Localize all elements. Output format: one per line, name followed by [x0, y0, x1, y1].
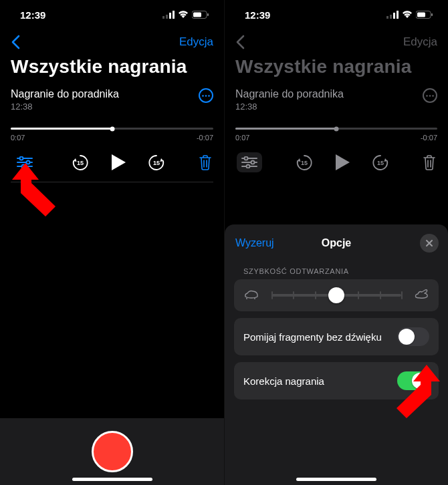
edit-button: Edycja [403, 35, 437, 49]
home-indicator [72, 478, 152, 481]
trash-icon [199, 154, 212, 170]
status-time: 12:39 [245, 9, 270, 21]
scrubber[interactable]: 0:07 -0:07 [0, 113, 224, 144]
skip-forward-15-icon: 15 [147, 153, 166, 172]
status-icons [386, 11, 433, 19]
status-icons [162, 11, 209, 19]
svg-point-31 [251, 161, 255, 164]
enhance-toggle[interactable] [397, 371, 429, 390]
back-button [235, 35, 245, 49]
time-remaining: -0:07 [197, 134, 213, 142]
enhance-label: Korekcja nagrania [243, 375, 324, 387]
more-icon [426, 95, 434, 97]
chevron-left-icon [235, 35, 245, 49]
svg-point-15 [22, 165, 25, 168]
play-button [334, 153, 351, 172]
phone-left: 12:39 Edycja Wszystkie nagrania Nagranie… [0, 0, 224, 485]
svg-rect-24 [431, 13, 433, 16]
playback-controls: 15 15 [225, 144, 448, 182]
svg-point-33 [247, 165, 250, 168]
recording-title: Nagranie do poradnika [235, 88, 344, 100]
speed-section-label: Szybkość odtwarzania [234, 262, 439, 279]
svg-text:15: 15 [301, 160, 308, 166]
svg-point-26 [429, 95, 431, 97]
wifi-icon [178, 11, 189, 19]
cellular-icon [386, 11, 399, 19]
recording-header: Nagranie do poradnika 12:38 [225, 84, 448, 113]
record-button[interactable] [92, 431, 133, 472]
enhance-row: Korekcja nagrania [234, 362, 439, 399]
sliders-icon [17, 156, 33, 168]
skip-back-15-button[interactable]: 15 [71, 153, 90, 172]
speed-card [234, 279, 439, 311]
sliders-icon [241, 156, 257, 168]
svg-rect-19 [390, 15, 392, 19]
svg-point-13 [27, 161, 30, 164]
skip-back-15-icon: 15 [295, 153, 314, 172]
svg-rect-21 [397, 11, 399, 19]
svg-rect-5 [193, 13, 201, 17]
page-title: Wszystkie nagrania [0, 55, 224, 84]
svg-point-11 [20, 157, 23, 160]
options-button [237, 152, 262, 172]
skip-silence-row: Pomijaj fragmenty bez dźwięku [234, 318, 439, 355]
options-button[interactable] [12, 152, 37, 172]
svg-rect-18 [386, 16, 388, 19]
back-button[interactable] [11, 35, 20, 49]
recording-title: Nagranie do poradnika [11, 88, 119, 100]
page-title: Wszystkie nagrania [225, 55, 448, 84]
edit-button[interactable]: Edycja [179, 35, 213, 49]
time-elapsed: 0:07 [235, 134, 249, 142]
rabbit-icon [413, 289, 429, 302]
play-button[interactable] [110, 153, 127, 172]
trash-icon [423, 154, 436, 170]
reset-button[interactable]: Wyzeruj [235, 237, 274, 249]
svg-point-25 [426, 95, 428, 97]
wifi-icon [402, 11, 413, 19]
options-sheet: Wyzeruj Opcje Szybkość odtwarzania [225, 224, 448, 485]
svg-rect-1 [166, 15, 168, 19]
svg-point-7 [202, 95, 204, 97]
svg-point-9 [208, 95, 210, 97]
scrubber: 0:07 -0:07 [225, 113, 448, 144]
close-button[interactable] [420, 234, 439, 253]
svg-rect-2 [169, 13, 171, 19]
svg-rect-3 [173, 11, 175, 19]
svg-rect-6 [207, 13, 209, 16]
time-remaining: -0:07 [421, 134, 437, 142]
svg-text:15: 15 [76, 160, 83, 166]
svg-point-27 [432, 95, 434, 97]
skip-forward-15-button[interactable]: 15 [147, 153, 166, 172]
skip-silence-toggle[interactable] [397, 327, 429, 346]
svg-point-8 [205, 95, 207, 97]
nav-bar: Edycja [0, 29, 224, 55]
divider [11, 182, 213, 182]
nav-bar: Edycja [225, 29, 448, 55]
svg-point-29 [245, 157, 248, 160]
status-bar: 12:39 [0, 0, 224, 29]
delete-button[interactable] [199, 154, 212, 170]
home-indicator [296, 478, 376, 481]
delete-button [423, 154, 436, 170]
svg-rect-20 [393, 13, 395, 19]
play-icon [110, 153, 127, 172]
skip-back-15-button: 15 [295, 153, 314, 172]
recording-subtitle: 12:38 [11, 102, 119, 112]
svg-text:15: 15 [152, 160, 159, 166]
close-icon [425, 239, 433, 247]
svg-text:15: 15 [377, 160, 384, 166]
speed-slider[interactable] [271, 294, 401, 297]
more-button[interactable] [199, 88, 213, 103]
time-elapsed: 0:07 [11, 134, 25, 142]
record-bar [0, 418, 224, 485]
skip-forward-15-button: 15 [371, 153, 390, 172]
recording-subtitle: 12:38 [235, 102, 344, 112]
more-button [423, 88, 437, 103]
svg-rect-23 [417, 13, 425, 17]
playback-controls: 15 15 [0, 144, 224, 182]
cellular-icon [162, 11, 175, 19]
recording-header: Nagranie do poradnika 12:38 [0, 84, 224, 113]
turtle-icon [243, 289, 259, 302]
more-icon [202, 95, 210, 97]
play-icon [334, 153, 351, 172]
